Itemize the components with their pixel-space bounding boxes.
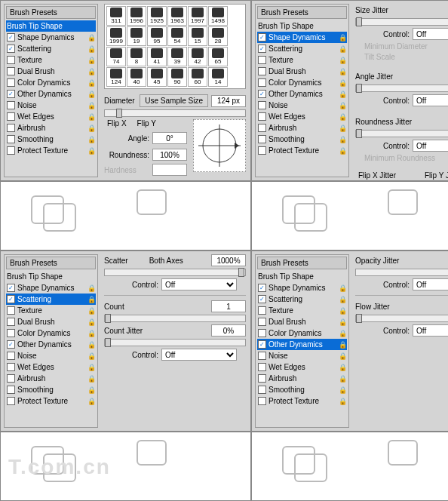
checkbox[interactable] [258, 386, 266, 394]
sidebar-item[interactable]: Brush Tip Shape [6, 271, 96, 282]
checkbox[interactable] [7, 78, 15, 87]
round-jitter-slider[interactable] [355, 130, 448, 137]
checkbox[interactable] [258, 295, 266, 303]
sidebar-item[interactable]: Shape Dynamics🔒 [6, 32, 96, 43]
sidebar-item[interactable]: Other Dynamics🔒 [6, 88, 96, 100]
checkbox[interactable] [7, 135, 15, 143]
checkbox[interactable] [258, 284, 266, 292]
sidebar-item[interactable]: Smoothing🔒 [6, 134, 96, 145]
angle-input[interactable] [152, 132, 187, 144]
sidebar-item[interactable]: Smoothing🔒 [6, 384, 96, 395]
checkbox[interactable] [258, 329, 266, 337]
sidebar-item[interactable]: Brush Tip Shape [257, 271, 347, 282]
diameter-slider[interactable] [104, 109, 246, 117]
opacity-control-select[interactable]: Off [413, 278, 448, 290]
sidebar-item[interactable]: Dual Brush🔒 [257, 316, 347, 327]
count-slider[interactable] [104, 315, 246, 322]
sidebar-item[interactable]: Dual Brush🔒 [6, 316, 96, 327]
sidebar-item[interactable]: Texture🔒 [257, 54, 347, 66]
angle-widget[interactable] [193, 119, 246, 172]
checkbox[interactable] [258, 56, 266, 64]
checkbox[interactable] [258, 135, 266, 143]
checkbox[interactable] [258, 45, 266, 53]
checkbox[interactable] [258, 374, 266, 383]
sidebar-item[interactable]: Scattering🔒 [6, 294, 96, 305]
brush-thumb[interactable]: 42 [188, 47, 207, 66]
sidebar-item[interactable]: Texture🔒 [6, 305, 96, 316]
checkbox[interactable] [7, 112, 15, 121]
sidebar-item[interactable]: Smoothing🔒 [257, 134, 347, 145]
sidebar-item[interactable]: Shape Dynamics🔒 [6, 282, 96, 294]
checkbox[interactable] [7, 124, 15, 132]
brush-thumb[interactable]: 41 [147, 47, 167, 66]
checkbox[interactable] [7, 306, 15, 315]
sidebar-item[interactable]: Shape Dynamics🔒 [257, 32, 347, 43]
brush-thumb[interactable]: 1996 [127, 6, 146, 26]
checkbox[interactable] [258, 112, 266, 121]
checkbox[interactable] [258, 78, 266, 87]
sidebar-item[interactable]: Dual Brush🔒 [6, 66, 96, 77]
sidebar-item[interactable]: Wet Edges🔒 [6, 361, 96, 373]
sidebar-item[interactable]: Other Dynamics🔒 [257, 88, 347, 100]
sidebar-item[interactable]: Color Dynamics🔒 [6, 327, 96, 339]
brush-thumb[interactable]: 1963 [167, 6, 187, 26]
sidebar-item[interactable]: Wet Edges🔒 [257, 361, 347, 373]
sidebar-item[interactable]: Scattering🔒 [6, 43, 96, 54]
checkbox[interactable] [7, 33, 15, 41]
sidebar-item[interactable]: Protect Texture🔒 [6, 395, 96, 407]
sidebar-item[interactable]: Airbrush🔒 [6, 373, 96, 384]
sidebar-item[interactable]: Noise🔒 [6, 350, 96, 361]
brush-thumb[interactable]: 90 [167, 67, 187, 87]
count-jitter-slider[interactable] [104, 339, 246, 346]
sidebar-item[interactable]: Color Dynamics🔒 [257, 77, 347, 88]
brush-thumb[interactable]: 14 [208, 67, 228, 87]
checkbox[interactable] [258, 33, 266, 41]
checkbox[interactable] [7, 67, 15, 75]
brush-thumb[interactable]: 1498 [208, 6, 228, 26]
sidebar-item[interactable]: Airbrush🔒 [257, 373, 347, 384]
sidebar-item[interactable]: Texture🔒 [6, 54, 96, 66]
flow-control-select[interactable]: Off [413, 324, 448, 337]
checkbox[interactable] [7, 363, 15, 371]
sidebar-item[interactable]: Noise🔒 [257, 100, 347, 111]
sidebar-item[interactable]: Protect Texture🔒 [257, 145, 347, 156]
angle-jitter-slider[interactable] [355, 85, 448, 92]
checkbox[interactable] [7, 284, 15, 292]
brush-thumb[interactable]: 311 [106, 6, 126, 26]
checkbox[interactable] [7, 374, 15, 383]
sidebar-item[interactable]: Texture🔒 [257, 305, 347, 316]
brush-thumb[interactable]: 19 [127, 26, 146, 46]
brush-thumb[interactable]: 65 [208, 47, 228, 66]
checkbox[interactable] [258, 340, 266, 349]
sidebar-item[interactable]: Protect Texture🔒 [257, 395, 347, 407]
checkbox[interactable] [7, 101, 15, 109]
brush-thumb[interactable]: 124 [106, 67, 126, 87]
sidebar-item[interactable]: Airbrush🔒 [257, 122, 347, 134]
brush-thumb[interactable]: 8 [127, 47, 146, 66]
brush-thumb[interactable]: 40 [127, 67, 146, 87]
brush-thumb[interactable]: 45 [147, 67, 167, 87]
brush-thumb[interactable]: 60 [188, 67, 207, 87]
sidebar-item[interactable]: Color Dynamics🔒 [257, 327, 347, 339]
sidebar-item[interactable]: Airbrush🔒 [6, 122, 96, 134]
checkbox[interactable] [258, 67, 266, 75]
count-control-select[interactable]: Off [161, 349, 237, 361]
brush-thumb[interactable]: 74 [106, 47, 126, 66]
checkbox[interactable] [258, 124, 266, 132]
sidebar-item[interactable]: Noise🔒 [6, 100, 96, 111]
brush-thumb[interactable]: 1997 [188, 6, 207, 26]
sidebar-item[interactable]: Dual Brush🔒 [257, 66, 347, 77]
brush-thumb[interactable]: 1925 [147, 6, 167, 26]
size-control-select[interactable]: Off [413, 28, 448, 40]
sidebar-item[interactable]: Scattering🔒 [257, 43, 347, 54]
brush-thumb[interactable]: 28 [208, 26, 228, 46]
sidebar-item[interactable]: Wet Edges🔒 [257, 111, 347, 122]
checkbox[interactable] [258, 363, 266, 371]
sidebar-item[interactable]: Smoothing🔒 [257, 384, 347, 395]
scatter-control-select[interactable]: Off [161, 278, 237, 290]
checkbox[interactable] [258, 397, 266, 405]
sidebar-item[interactable]: Shape Dynamics🔒 [257, 282, 347, 294]
brush-thumb[interactable]: 95 [147, 26, 167, 46]
scatter-slider[interactable] [104, 269, 246, 276]
sidebar-item[interactable]: Brush Tip Shape [257, 20, 347, 32]
